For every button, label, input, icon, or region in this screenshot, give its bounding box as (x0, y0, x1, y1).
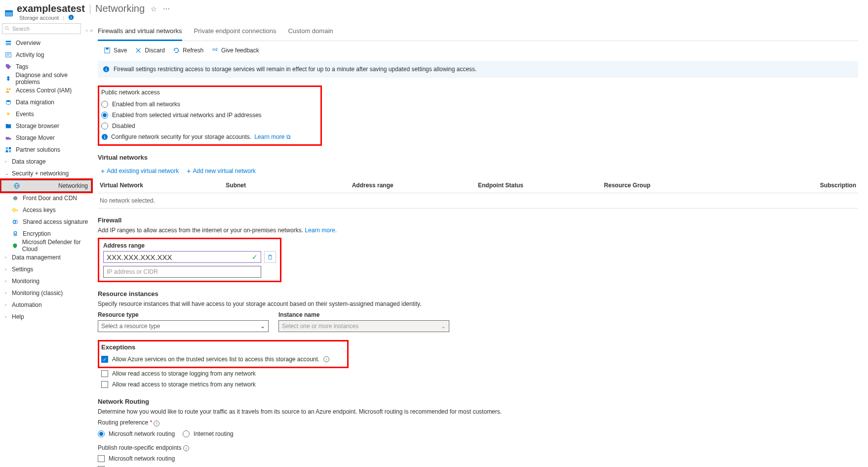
firewall-heading: Firewall (98, 216, 858, 224)
main-content: Firewalls and virtual networks Private e… (93, 21, 863, 467)
discard-button[interactable]: Discard (135, 47, 165, 54)
pna-label: Public network access (101, 89, 291, 96)
nav-storage-mover[interactable]: Storage Mover (0, 132, 93, 144)
nav-monitoring[interactable]: ›Monitoring (0, 275, 93, 287)
chevron-down-icon: ⌄ (260, 323, 265, 330)
sidebar: Search ○ « Overview Activity log Tags Di… (0, 21, 93, 467)
svg-point-13 (6, 100, 11, 102)
svg-rect-1 (5, 10, 13, 12)
check-icon: ✓ (252, 253, 258, 261)
nav-data-migration[interactable]: Data migration (0, 96, 93, 108)
nav-storage-browser[interactable]: Storage browser (0, 120, 93, 132)
storage-account-icon (4, 8, 14, 18)
nav-events[interactable]: Events (0, 108, 93, 120)
instance-name-select[interactable]: Select one or more instances⌄ (278, 320, 449, 332)
pna-radio-selected[interactable]: Enabled from selected virtual networks a… (101, 110, 291, 121)
svg-rect-15 (6, 125, 8, 126)
nav-monitoring-classic[interactable]: ›Monitoring (classic) (0, 287, 93, 299)
save-button[interactable]: Save (104, 47, 127, 54)
res-heading: Resource instances (98, 290, 858, 297)
firewall-address-new-input[interactable]: IP address or CIDR (103, 266, 261, 278)
svg-rect-8 (6, 53, 11, 57)
vnet-table: Virtual Network Subnet Address range End… (98, 178, 858, 209)
svg-rect-6 (6, 41, 11, 42)
info-icon[interactable]: i (154, 421, 159, 426)
svg-rect-18 (9, 147, 11, 149)
nav-automation[interactable]: ›Automation (0, 299, 93, 311)
resource-name: examplesatest (17, 3, 85, 14)
svg-rect-16 (6, 137, 9, 139)
vnet-empty: No network selected. (98, 193, 858, 209)
tab-custom-domain[interactable]: Custom domain (288, 23, 333, 41)
svg-rect-30 (14, 233, 17, 236)
nav-security-networking[interactable]: ⌄Security + networking (0, 168, 93, 179)
svg-point-25 (13, 209, 15, 211)
nav-help[interactable]: ›Help (0, 311, 93, 323)
add-existing-vnet-button[interactable]: +Add existing virtual network (101, 167, 179, 175)
exc-logging-checkbox[interactable]: Allow read access to storage logging fro… (98, 368, 858, 379)
svg-text:i: i (106, 67, 107, 72)
nav-tags[interactable]: Tags (0, 61, 93, 73)
svg-text:i: i (71, 15, 72, 20)
svg-point-4 (5, 27, 8, 30)
nav-data-management[interactable]: ›Data management (0, 252, 93, 263)
tab-firewalls[interactable]: Firewalls and virtual networks (98, 23, 182, 41)
svg-rect-20 (9, 150, 11, 152)
resource-type: Storage account (19, 15, 59, 21)
nav-front-door[interactable]: Front Door and CDN (0, 192, 93, 204)
svg-point-12 (9, 88, 11, 90)
page-title: Networking (95, 3, 145, 14)
nav-activity-log[interactable]: Activity log (0, 49, 93, 61)
nav-encryption[interactable]: Encryption (0, 228, 93, 240)
resource-type-select[interactable]: Select a resource type⌄ (98, 320, 269, 332)
pna-radio-all[interactable]: Enabled from all networks (101, 99, 291, 110)
nav-diagnose[interactable]: Diagnose and solve problems (0, 73, 93, 85)
nav-data-storage[interactable]: ›Data storage (0, 156, 93, 168)
sidebar-search[interactable]: Search (2, 23, 81, 34)
pna-radio-disabled[interactable]: Disabled (101, 121, 291, 131)
favorite-icon[interactable]: ☆ (151, 5, 157, 13)
sidebar-collapse-icon[interactable]: ○ (85, 28, 88, 33)
svg-rect-32 (106, 48, 108, 50)
more-icon[interactable]: ⋯ (163, 5, 170, 13)
nav-defender[interactable]: Microsoft Defender for Cloud (0, 240, 93, 252)
add-new-vnet-button[interactable]: +Add new virtual network (187, 167, 256, 175)
exc-trusted-checkbox[interactable]: ✓Allow Azure services on the trusted ser… (101, 354, 329, 365)
firewall-address-input[interactable]: XXX.XXX.XXX.XXX ✓ (103, 251, 261, 263)
nav-access-keys[interactable]: Access keys (0, 204, 93, 216)
publish-ms-checkbox[interactable]: Microsoft network routing (98, 453, 858, 464)
nav-networking[interactable]: Networking (1, 180, 91, 192)
tabs: Firewalls and virtual networks Private e… (98, 23, 858, 41)
routing-ms-radio[interactable]: Microsoft network routing (98, 428, 175, 439)
routing-internet-radio[interactable]: Internet routing (183, 428, 234, 439)
vnet-heading: Virtual networks (98, 154, 858, 161)
svg-point-29 (15, 220, 17, 224)
firewall-learn-more[interactable]: Learn more. (305, 227, 337, 234)
firewall-delete-button[interactable] (264, 251, 276, 263)
info-icon[interactable]: i (323, 356, 329, 362)
exc-heading: Exceptions (101, 343, 329, 351)
svg-rect-7 (6, 43, 11, 45)
svg-point-11 (7, 88, 9, 90)
nav-partner-solutions[interactable]: Partner solutions (0, 144, 93, 156)
toolbar: Save Discard Refresh Give feedback (98, 43, 858, 59)
feedback-button[interactable]: Give feedback (211, 47, 259, 54)
svg-line-5 (8, 29, 9, 31)
svg-rect-19 (6, 150, 8, 152)
exc-metrics-checkbox[interactable]: Allow read access to storage metrics fro… (98, 379, 858, 390)
svg-point-35 (213, 49, 215, 51)
nav-overview[interactable]: Overview (0, 37, 93, 49)
refresh-button[interactable]: Refresh (173, 47, 203, 54)
nav-sas[interactable]: Shared access signature (0, 216, 93, 228)
nav-iam[interactable]: Access Control (IAM) (0, 85, 93, 96)
publish-internet-checkbox[interactable]: Internet routing (98, 464, 858, 467)
svg-text:i: i (104, 135, 105, 140)
pna-learn-more[interactable]: Learn more ⧉ (254, 133, 291, 140)
routing-heading: Network Routing (98, 398, 858, 405)
info-icon[interactable]: i (68, 14, 74, 21)
info-banner: i Firewall settings restricting access t… (98, 61, 858, 78)
tab-private-endpoints[interactable]: Private endpoint connections (194, 23, 276, 41)
svg-rect-40 (269, 256, 272, 259)
info-icon[interactable]: i (183, 445, 189, 451)
nav-settings[interactable]: ›Settings (0, 263, 93, 275)
